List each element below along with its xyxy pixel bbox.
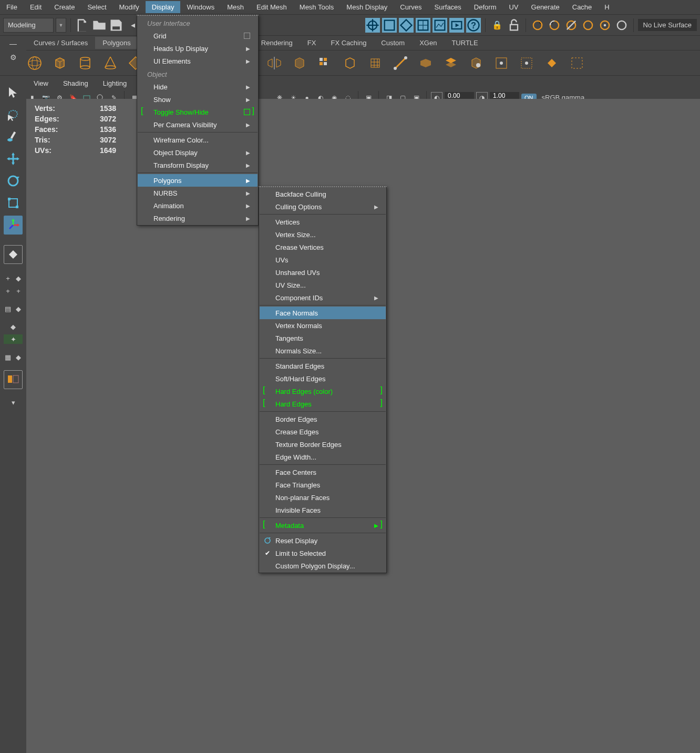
menu-item-tangents[interactable]: Tangents xyxy=(260,332,386,344)
single-pane-icon[interactable]: ◆ xyxy=(4,322,23,331)
menubar-item-deform[interactable]: Deform xyxy=(468,1,503,13)
menubar-item-mesh[interactable]: Mesh xyxy=(221,1,250,13)
shelf-icon-bridge[interactable] xyxy=(417,55,434,72)
sym-icon-4[interactable] xyxy=(581,18,595,33)
menubar-item-edit-mesh[interactable]: Edit Mesh xyxy=(250,1,293,13)
help-icon[interactable]: ? xyxy=(466,18,481,33)
menu-item-non-planar-faces[interactable]: Non-planar Faces xyxy=(260,491,386,504)
menu-item-custom-polygon-display[interactable]: Custom Polygon Display... xyxy=(260,559,386,572)
shelf-icon-mirror[interactable] xyxy=(266,55,283,72)
shelf-icon-collapse[interactable] xyxy=(543,55,560,72)
menu-item-hard-edges[interactable]: Hard Edges xyxy=(260,398,386,410)
shelf-icon-bevel[interactable] xyxy=(392,55,409,72)
shelf-icon-smooth[interactable] xyxy=(291,55,308,72)
move-tool-icon[interactable] xyxy=(4,149,23,168)
menu-item-backface-culling[interactable]: Backface Culling xyxy=(260,188,386,200)
menubar-item-edit[interactable]: Edit xyxy=(24,1,48,13)
sym-icon-1[interactable] xyxy=(530,18,545,33)
save-scene-icon[interactable] xyxy=(109,18,123,33)
shelf-tab-custom[interactable]: Custom xyxy=(374,37,412,49)
lasso-tool-icon[interactable] xyxy=(4,105,23,124)
lock-icon[interactable]: 🔒 xyxy=(490,18,505,33)
menu-item-per-camera-visibility[interactable]: Per Camera Visibility▶ xyxy=(138,118,258,131)
menu-item-uv-size[interactable]: UV Size... xyxy=(260,279,386,291)
shelf-icon-target-1[interactable] xyxy=(493,55,510,72)
menu-item-wireframe-color[interactable]: Wireframe Color... xyxy=(138,134,258,146)
menubar-item-select[interactable]: Select xyxy=(81,1,112,13)
menubar-item-windows[interactable]: Windows xyxy=(180,1,221,13)
menu-item-crease-edges[interactable]: Crease Edges xyxy=(260,425,386,438)
menu-item-face-normals[interactable]: Face Normals xyxy=(260,307,386,319)
snap-icon-2[interactable] xyxy=(382,18,397,33)
shelf-icon-merge[interactable] xyxy=(468,55,485,72)
outliner-icon[interactable] xyxy=(4,370,23,389)
unlock-icon[interactable] xyxy=(507,18,521,33)
menubar-item-cache[interactable]: Cache xyxy=(566,1,599,13)
menu-item-vertex-size[interactable]: Vertex Size... xyxy=(260,228,386,241)
shelf-tab-curves-surfaces[interactable]: Curves / Surfaces xyxy=(26,37,95,49)
sym-icon-3[interactable] xyxy=(564,18,579,33)
menu-item-standard-edges[interactable]: Standard Edges xyxy=(260,360,386,372)
menu-item-hard-edges-color[interactable]: Hard Edges (color) xyxy=(260,385,386,398)
four-pane-icon[interactable]: ✦ xyxy=(4,334,23,344)
shelf-icon-target-2[interactable] xyxy=(518,55,535,72)
menubar-item-mesh-tools[interactable]: Mesh Tools xyxy=(293,1,341,13)
menu-item-object-display[interactable]: Object Display▶ xyxy=(138,146,258,159)
snap-icon-5[interactable] xyxy=(433,18,447,33)
mode-dropdown-icon[interactable]: ▼ xyxy=(56,18,66,33)
snap-icon-3[interactable] xyxy=(399,18,414,33)
new-scene-icon[interactable] xyxy=(75,18,90,33)
scale-tool-icon[interactable] xyxy=(4,194,23,212)
menu-item-grid[interactable]: Grid xyxy=(138,29,258,42)
poly-cube-icon[interactable] xyxy=(52,55,68,72)
menu-item-border-edges[interactable]: Border Edges xyxy=(260,413,386,425)
menu-item-metadata[interactable]: Metadata▶ xyxy=(260,519,386,532)
shelf-tab-fx[interactable]: FX xyxy=(300,37,324,49)
menu-item-show[interactable]: Show▶ xyxy=(138,93,258,106)
menu-item-component-ids[interactable]: Component IDs▶ xyxy=(260,291,386,304)
menu-item-hud[interactable]: Heads Up Display▶ xyxy=(138,42,258,55)
menu-item-vertex-normals[interactable]: Vertex Normals xyxy=(260,319,386,332)
shelf-icon-separate[interactable] xyxy=(342,55,358,72)
menu-item-rendering[interactable]: Rendering▶ xyxy=(138,212,258,225)
shelf-icon-layers[interactable] xyxy=(442,55,459,72)
poly-cone-icon[interactable] xyxy=(102,55,119,72)
menubar-item-generate[interactable]: Generate xyxy=(525,1,566,13)
shelf-tab-xgen[interactable]: XGen xyxy=(412,37,444,49)
poly-sphere-icon[interactable] xyxy=(26,55,43,72)
menubar-item-create[interactable]: Create xyxy=(48,1,81,13)
layout-icon-3[interactable]: ▦ xyxy=(3,352,13,362)
shelf-tab-rendering[interactable]: Rendering xyxy=(254,37,300,49)
menu-item-crease-vertices[interactable]: Crease Vertices xyxy=(260,241,386,253)
snap-icon-6[interactable] xyxy=(449,18,464,33)
layout-icon-1[interactable]: ▤ xyxy=(3,304,13,313)
snap-icon-4[interactable] xyxy=(416,18,430,33)
menu-item-ui-elements[interactable]: UI Elements▶ xyxy=(138,55,258,67)
menu-item-reset-display[interactable]: Reset Display xyxy=(260,534,386,547)
menu-item-vertices[interactable]: Vertices xyxy=(260,216,386,228)
menubar-item-display[interactable]: Display xyxy=(146,1,181,13)
panel-tab-lighting[interactable]: Lighting xyxy=(96,77,135,89)
menu-item-edge-width[interactable]: Edge Width... xyxy=(260,451,386,463)
menu-item-soft-hard-edges[interactable]: Soft/Hard Edges xyxy=(260,372,386,385)
menubar-item-curves[interactable]: Curves xyxy=(394,1,428,13)
menu-item-polygons[interactable]: Polygons▶ xyxy=(138,174,258,187)
shelf-settings-icon[interactable]: ⚙ xyxy=(7,52,19,63)
menu-item-face-triangles[interactable]: Face Triangles xyxy=(260,479,386,491)
menu-item-toggle-show-hide[interactable]: Toggle Show/Hide xyxy=(138,106,258,118)
last-tool-icon[interactable] xyxy=(4,216,23,235)
menubar-item-modify[interactable]: Modify xyxy=(113,1,146,13)
menu-item-unshared-uvs[interactable]: Unshared UVs xyxy=(260,266,386,279)
open-scene-icon[interactable] xyxy=(92,18,107,33)
layout-icon-4[interactable]: ◆ xyxy=(14,352,23,362)
soft-select-icon[interactable] xyxy=(4,245,23,264)
shelf-icon-combine[interactable] xyxy=(316,55,333,72)
shelf-tab-fx-caching[interactable]: FX Caching xyxy=(323,37,374,49)
menu-item-animation[interactable]: Animation▶ xyxy=(138,199,258,212)
snap-diamond-icon[interactable]: ◆ xyxy=(14,273,23,283)
menu-item-hide[interactable]: Hide▶ xyxy=(138,80,258,93)
menubar-item-mesh-display[interactable]: Mesh Display xyxy=(340,1,394,13)
shelf-tab-turtle[interactable]: TURTLE xyxy=(444,37,485,49)
menu-item-invisible-faces[interactable]: Invisible Faces xyxy=(260,504,386,516)
menu-item-normals-size[interactable]: Normals Size... xyxy=(260,344,386,357)
